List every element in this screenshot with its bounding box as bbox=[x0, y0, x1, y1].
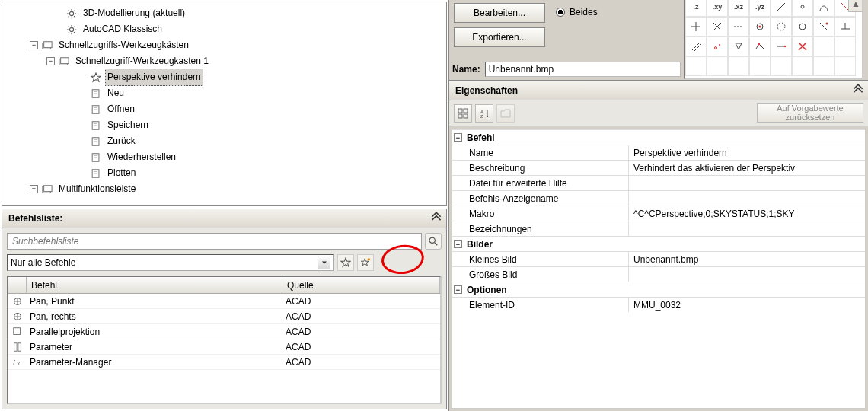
edit-button[interactable]: Bearbeiten... bbox=[454, 3, 545, 23]
property-grid[interactable]: −BefehlNamePerspektive verhindernBeschre… bbox=[452, 129, 866, 409]
palette-cell[interactable]: .xz bbox=[728, 0, 749, 17]
property-row[interactable]: Datei für erweiterte Hilfe bbox=[452, 175, 865, 190]
tree-item[interactable]: Plotten bbox=[5, 165, 446, 181]
palette-cell[interactable] bbox=[749, 56, 771, 76]
tree-item[interactable]: Zurück bbox=[5, 133, 446, 149]
table-row[interactable]: ParameterACAD bbox=[8, 339, 440, 355]
property-row[interactable]: BeschreibungVerhindert das aktivieren de… bbox=[452, 160, 865, 175]
palette-cell[interactable] bbox=[813, 37, 834, 56]
property-value[interactable]: MMU_0032 bbox=[629, 298, 865, 312]
tree-item[interactable]: −Schnellzugriff-Werkzeugkasten 1 bbox=[5, 53, 446, 69]
collapse-icon[interactable]: − bbox=[454, 133, 462, 142]
properties-collapse-icon[interactable] bbox=[851, 84, 865, 97]
palette-cell[interactable] bbox=[685, 17, 707, 37]
palette-cell[interactable] bbox=[771, 0, 792, 17]
property-value[interactable] bbox=[629, 267, 865, 282]
property-row[interactable]: Bezeichnungen bbox=[452, 221, 865, 236]
alphabetical-button[interactable]: AZ bbox=[475, 104, 493, 123]
property-row[interactable]: NamePerspektive verhindern bbox=[452, 145, 865, 160]
palette-cell[interactable] bbox=[813, 0, 834, 17]
property-group[interactable]: −Optionen bbox=[452, 282, 865, 297]
palette-cell[interactable] bbox=[728, 17, 749, 37]
dropdown-icon[interactable] bbox=[318, 256, 330, 269]
palette-cell[interactable] bbox=[728, 56, 749, 76]
table-row[interactable]: fxParameter-ManagerACAD bbox=[8, 355, 440, 370]
property-value[interactable]: ^C^CPerspective;0;SKYSTATUS;1;SKY bbox=[629, 206, 865, 221]
tree-item[interactable]: −Schnellzugriffs-Werkzeugkästen bbox=[5, 37, 446, 53]
icon-palette[interactable]: ▲ .z.xy.xz.yz bbox=[684, 0, 863, 79]
property-row[interactable]: Befehls-Anzeigename bbox=[452, 190, 865, 206]
palette-cell[interactable] bbox=[834, 56, 856, 76]
tree-item[interactable]: Perspektive verhindern bbox=[5, 69, 446, 85]
palette-cell[interactable] bbox=[749, 37, 771, 56]
palette-cell[interactable] bbox=[771, 56, 792, 76]
cell-source: ACAD bbox=[282, 357, 440, 368]
property-row[interactable]: Großes Bild bbox=[452, 266, 865, 282]
cell-source: ACAD bbox=[282, 342, 440, 352]
palette-cell[interactable] bbox=[685, 56, 707, 76]
property-value[interactable]: Unbenannt.bmp bbox=[629, 252, 865, 266]
palette-cell[interactable] bbox=[792, 37, 813, 56]
palette-cell[interactable] bbox=[771, 37, 792, 56]
palette-cell[interactable] bbox=[707, 56, 728, 76]
collapse-icon[interactable] bbox=[429, 212, 443, 225]
new-command-button[interactable] bbox=[357, 254, 374, 271]
name-value[interactable]: Unbenannt.bmp bbox=[485, 62, 681, 77]
palette-cell[interactable] bbox=[813, 56, 834, 76]
tree-item[interactable]: Neu bbox=[5, 85, 446, 101]
tree-item[interactable]: Öffnen bbox=[5, 101, 446, 117]
radio-both[interactable]: Beides bbox=[556, 5, 641, 20]
palette-cell[interactable] bbox=[771, 17, 792, 37]
palette-cell[interactable] bbox=[813, 17, 834, 37]
tree-item[interactable]: 3D-Modellierung (aktuell) bbox=[5, 5, 446, 21]
palette-cell[interactable] bbox=[707, 37, 728, 56]
palette-cell[interactable] bbox=[792, 17, 813, 37]
palette-cell[interactable] bbox=[834, 17, 856, 37]
property-row[interactable]: Element-IDMMU_0032 bbox=[452, 297, 865, 312]
favorite-button[interactable] bbox=[337, 254, 354, 271]
customization-tree[interactable]: 3D-Modellierung (aktuell)AutoCAD Klassis… bbox=[2, 2, 446, 200]
property-value[interactable] bbox=[629, 191, 865, 206]
command-grid[interactable]: Befehl Quelle Pan, PunktACADPan, rechtsA… bbox=[7, 276, 442, 404]
property-group[interactable]: −Befehl bbox=[452, 129, 865, 145]
collapse-icon[interactable]: − bbox=[46, 57, 55, 65]
palette-cell[interactable]: .yz bbox=[749, 0, 771, 17]
doc-icon bbox=[90, 119, 102, 132]
tree-scroll[interactable]: 3D-Modellierung (aktuell)AutoCAD Klassis… bbox=[2, 2, 446, 205]
collapse-icon[interactable]: − bbox=[454, 240, 462, 248]
export-button[interactable]: Exportieren... bbox=[454, 27, 545, 47]
expand-icon[interactable]: + bbox=[30, 185, 38, 193]
palette-cell[interactable] bbox=[707, 17, 728, 37]
tree-item[interactable]: +Multifunktionsleiste bbox=[5, 181, 446, 197]
property-group[interactable]: −Bilder bbox=[452, 236, 865, 251]
palette-scroll-up[interactable]: ▲ bbox=[848, 0, 863, 12]
search-button[interactable] bbox=[425, 233, 442, 250]
palette-cell[interactable] bbox=[728, 37, 749, 56]
palette-cell[interactable]: .xy bbox=[707, 0, 728, 17]
palette-cell[interactable] bbox=[749, 17, 771, 37]
filter-select[interactable]: Nur alle Befehle bbox=[7, 254, 334, 271]
collapse-icon[interactable]: − bbox=[30, 41, 38, 49]
search-input[interactable] bbox=[7, 233, 422, 250]
svg-point-43 bbox=[759, 26, 761, 28]
tree-item[interactable]: AutoCAD Klassisch bbox=[5, 21, 446, 37]
property-value[interactable]: Verhindert das aktivieren der Perspektiv bbox=[629, 161, 865, 175]
table-row[interactable]: ParallelprojektionACAD bbox=[8, 324, 440, 339]
palette-cell[interactable]: .z bbox=[685, 0, 707, 17]
collapse-icon[interactable]: − bbox=[454, 285, 462, 294]
palette-cell[interactable] bbox=[792, 0, 813, 17]
reset-defaults-button[interactable]: Auf Vorgabewerte zurücksetzen bbox=[757, 103, 863, 123]
table-row[interactable]: Pan, rechtsACAD bbox=[8, 309, 440, 324]
categorized-button[interactable] bbox=[454, 104, 472, 123]
property-row[interactable]: Kleines BildUnbenannt.bmp bbox=[452, 251, 865, 266]
property-value[interactable] bbox=[629, 221, 865, 236]
property-value[interactable] bbox=[629, 176, 865, 190]
table-row[interactable]: Pan, PunktACAD bbox=[8, 294, 440, 309]
palette-cell[interactable] bbox=[685, 37, 707, 56]
palette-cell[interactable] bbox=[792, 56, 813, 76]
palette-cell[interactable] bbox=[834, 37, 856, 56]
tree-item[interactable]: Wiederherstellen bbox=[5, 149, 446, 165]
property-row[interactable]: Makro^C^CPerspective;0;SKYSTATUS;1;SKY bbox=[452, 206, 865, 221]
property-value[interactable]: Perspektive verhindern bbox=[629, 145, 865, 160]
tree-item[interactable]: Speichern bbox=[5, 117, 446, 133]
